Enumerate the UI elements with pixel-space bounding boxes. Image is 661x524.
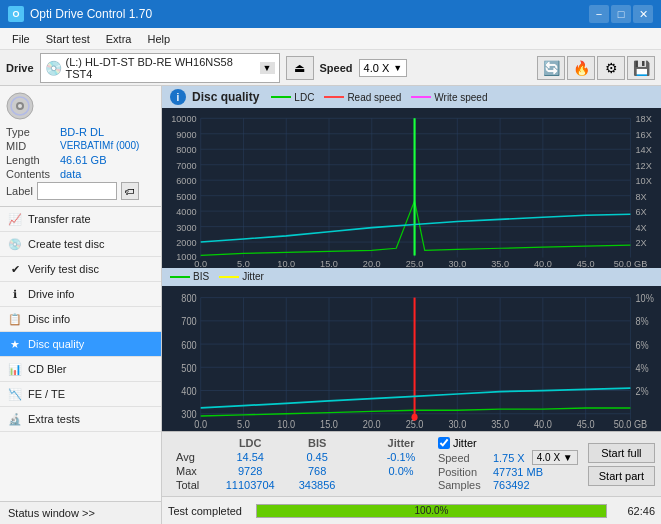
speed-display-value: 4.0 X (537, 452, 560, 463)
jitter-legend-label: Jitter (242, 271, 264, 282)
top-chart-svg: 10000 9000 8000 7000 6000 5000 4000 3000… (162, 108, 661, 268)
menu-file[interactable]: File (4, 31, 38, 47)
right-panel: i Disc quality LDC Read speed Write spee… (162, 86, 661, 524)
total-label: Total (170, 478, 213, 492)
svg-text:4X: 4X (636, 223, 647, 233)
nav-drive-info[interactable]: ℹ Drive info (0, 282, 161, 307)
svg-text:10%: 10% (636, 293, 655, 305)
close-button[interactable]: ✕ (633, 5, 653, 23)
length-label: Length (6, 154, 58, 166)
speed-dropdown-button[interactable]: ▼ (393, 63, 402, 73)
nav-disc-info[interactable]: 📋 Disc info (0, 307, 161, 332)
drive-selector[interactable]: 💿 (L:) HL-DT-ST BD-RE WH16NS58 TST4 ▼ (40, 53, 280, 83)
max-bis: 768 (287, 464, 346, 478)
status-window-button[interactable]: Status window >> (0, 501, 161, 524)
status-window-label: Status window >> (8, 507, 95, 519)
svg-text:600: 600 (181, 339, 197, 351)
nav-transfer-rate[interactable]: 📈 Transfer rate (0, 207, 161, 232)
svg-text:50.0 GB: 50.0 GB (614, 418, 648, 430)
svg-text:6%: 6% (636, 339, 649, 351)
svg-text:10X: 10X (636, 176, 652, 186)
svg-text:50.0 GB: 50.0 GB (614, 259, 648, 268)
nav-extra-tests[interactable]: 🔬 Extra tests (0, 407, 161, 432)
drive-name: (L:) HL-DT-ST BD-RE WH16NS58 TST4 (66, 56, 256, 80)
save-button[interactable]: 💾 (627, 56, 655, 80)
nav-menu: 📈 Transfer rate 💿 Create test disc ✔ Ver… (0, 207, 161, 501)
speed-selector[interactable]: 4.0 X ▼ (359, 59, 408, 77)
maximize-button[interactable]: □ (611, 5, 631, 23)
menu-start-test[interactable]: Start test (38, 31, 98, 47)
svg-text:45.0: 45.0 (577, 418, 595, 430)
nav-transfer-rate-label: Transfer rate (28, 213, 91, 225)
svg-point-2 (18, 104, 22, 108)
speed-dropdown-select[interactable]: 4.0 X ▼ (532, 450, 578, 465)
svg-text:8%: 8% (636, 316, 649, 328)
svg-text:40.0: 40.0 (534, 418, 552, 430)
chart-header: i Disc quality LDC Read speed Write spee… (162, 86, 661, 108)
length-value: 46.61 GB (60, 154, 106, 166)
drive-dropdown-button[interactable]: ▼ (260, 62, 275, 74)
svg-text:400: 400 (181, 385, 197, 397)
svg-text:20.0: 20.0 (363, 418, 381, 430)
refresh-button[interactable]: 🔄 (537, 56, 565, 80)
read-speed-legend-label: Read speed (347, 92, 401, 103)
nav-verify-test-disc[interactable]: ✔ Verify test disc (0, 257, 161, 282)
ldc-legend-label: LDC (294, 92, 314, 103)
avg-ldc: 14.54 (213, 450, 287, 464)
svg-text:10.0: 10.0 (277, 418, 295, 430)
nav-fe-te[interactable]: 📉 FE / TE (0, 382, 161, 407)
legend-top: LDC Read speed Write speed (271, 92, 487, 103)
jitter-checkbox[interactable] (438, 437, 450, 449)
cd-bler-icon: 📊 (8, 362, 22, 376)
speed-info-value: 1.75 X (493, 452, 525, 464)
nav-disc-quality[interactable]: ★ Disc quality (0, 332, 161, 357)
left-panel: Type BD-R DL MID VERBATIMf (000) Length … (0, 86, 162, 524)
start-part-button[interactable]: Start part (588, 466, 655, 486)
speed-info-label: Speed (438, 452, 490, 464)
nav-disc-quality-label: Disc quality (28, 338, 84, 350)
label-input[interactable] (37, 182, 117, 200)
write-speed-legend-color (411, 96, 431, 98)
create-test-disc-icon: 💿 (8, 237, 22, 251)
svg-text:20.0: 20.0 (363, 259, 381, 268)
nav-cd-bler[interactable]: 📊 CD Bler (0, 357, 161, 382)
start-full-button[interactable]: Start full (588, 443, 655, 463)
eject-button[interactable]: ⏏ (286, 56, 314, 80)
svg-text:45.0: 45.0 (577, 259, 595, 268)
svg-text:25.0: 25.0 (406, 259, 424, 268)
svg-text:18X: 18X (636, 114, 652, 124)
avg-bis: 0.45 (287, 450, 346, 464)
bottom-status-bar: Test completed 100.0% 62:46 (162, 496, 661, 524)
burn-button[interactable]: 🔥 (567, 56, 595, 80)
nav-create-test-disc[interactable]: 💿 Create test disc (0, 232, 161, 257)
svg-text:2X: 2X (636, 238, 647, 248)
settings-button[interactable]: ⚙ (597, 56, 625, 80)
app-icon: O (8, 6, 24, 22)
svg-point-98 (412, 414, 418, 421)
svg-text:30.0: 30.0 (448, 418, 466, 430)
svg-text:4%: 4% (636, 362, 649, 374)
disc-info-panel: Type BD-R DL MID VERBATIMf (000) Length … (0, 86, 161, 207)
nav-disc-info-label: Disc info (28, 313, 70, 325)
label-button[interactable]: 🏷 (121, 182, 139, 200)
total-bis: 343856 (287, 478, 346, 492)
svg-text:2%: 2% (636, 385, 649, 397)
svg-text:8X: 8X (636, 192, 647, 202)
mid-value: VERBATIMf (000) (60, 140, 139, 152)
bis-legend-label: BIS (193, 271, 209, 282)
max-ldc: 9728 (213, 464, 287, 478)
svg-text:7000: 7000 (176, 161, 196, 171)
label-label: Label (6, 185, 33, 197)
chart-title-icon: i (170, 89, 186, 105)
menu-help[interactable]: Help (139, 31, 178, 47)
minimize-button[interactable]: − (589, 5, 609, 23)
type-value: BD-R DL (60, 126, 104, 138)
menu-extra[interactable]: Extra (98, 31, 140, 47)
status-text: Test completed (168, 505, 248, 517)
speed-label: Speed (320, 62, 353, 74)
svg-text:16X: 16X (636, 130, 652, 140)
bis-legend-color (170, 276, 190, 278)
max-label: Max (170, 464, 213, 478)
start-buttons-panel: Start full Start part (582, 432, 661, 496)
total-ldc: 11103704 (213, 478, 287, 492)
